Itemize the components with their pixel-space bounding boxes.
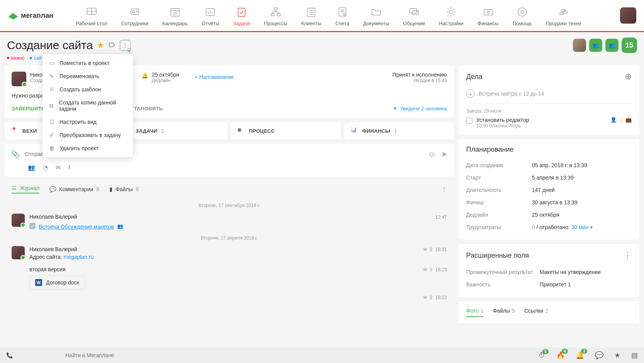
checkbox-done-icon[interactable]: ✓ [29, 223, 36, 229]
subtab-photo[interactable]: Фото1 [466, 308, 484, 317]
meeting-link[interactable]: Встреча Обсуждение макетов [39, 224, 114, 230]
attachment-icon[interactable]: 📎 [11, 150, 19, 158]
tag-site[interactable]: сайт [30, 55, 44, 61]
nav-reports[interactable]: Отчёты [195, 5, 226, 26]
entry-meta: 👁316:31 [423, 247, 447, 252]
nav-finance[interactable]: Финансы [470, 5, 506, 26]
entry-avatar[interactable] [12, 246, 25, 259]
todo-item[interactable]: Установить редактор 10:00 Власкин Игорь … [466, 117, 632, 128]
seen-by-link[interactable]: 👁Увидели 2 человека [393, 106, 447, 111]
worked-time-link[interactable]: 30 мин [571, 224, 589, 230]
layout-icon: ☷ [49, 119, 55, 125]
todo-checkbox[interactable] [466, 118, 472, 124]
team-badge-icon[interactable]: 👥 [589, 39, 602, 52]
entry-time: 12:47 [435, 214, 447, 220]
extra-more-icon[interactable]: ⋮ [623, 250, 632, 260]
svg-rect-33 [484, 10, 492, 15]
mail-icon[interactable]: ✉ [56, 164, 61, 171]
add-deal-icon[interactable]: ⊕ [625, 72, 632, 82]
pause-button[interactable]: ТАНОВИТЬ [134, 106, 163, 111]
eye-icon: 👁 [423, 267, 428, 272]
emoji-icon[interactable]: ☺ [428, 150, 436, 159]
site-link[interactable]: megaplan.ru [63, 254, 94, 260]
svg-rect-15 [274, 8, 277, 10]
subtab-files[interactable]: Файлы5 [493, 308, 515, 317]
nav-tasks[interactable]: Задачи [226, 5, 257, 26]
person-icon: 👤 [610, 117, 617, 123]
svg-rect-16 [271, 14, 274, 16]
tab-tasks[interactable]: ↻ЗАДАЧИ2 [118, 122, 227, 139]
facebook-icon[interactable]: f [68, 164, 70, 171]
dd-copy-task[interactable]: ⧉Создать копию данной задачи [43, 96, 133, 115]
tab-finance[interactable]: 📊ФИНАНСЫ1 [344, 122, 454, 139]
svg-rect-31 [412, 11, 418, 15]
bell-icon: 🔔 [141, 72, 148, 83]
svg-point-36 [521, 10, 524, 14]
nav-chat[interactable]: Общение [396, 5, 432, 26]
cursor-icon: ☟ [127, 47, 131, 55]
eye-icon: 👁 [393, 106, 398, 111]
entry-avatar[interactable] [12, 214, 25, 227]
tab-files[interactable]: ▮Файлы6 [109, 186, 139, 192]
chart-icon: 📊 [351, 127, 358, 135]
team-badge-icon-2[interactable]: 👥 [605, 39, 618, 52]
tab-comments[interactable]: 💬Комментарии8 [49, 186, 99, 192]
dd-customize-view[interactable]: ☷Настроить вид [43, 115, 133, 128]
people-icon[interactable]: 👥 [28, 164, 35, 171]
brand-logo[interactable]: мегаплан [8, 10, 53, 21]
nav-documents[interactable]: Документы [356, 5, 396, 26]
add-reminder-link[interactable]: + Напоминание [194, 74, 234, 80]
star-icon[interactable]: ★ [97, 40, 104, 50]
nav-calendar[interactable]: 28Календарь [155, 5, 195, 26]
plus-circle-icon: + [466, 89, 475, 98]
nav-clients[interactable]: Клиенты [294, 5, 328, 26]
tab-journal[interactable]: ☰Журнал [12, 185, 39, 193]
journal-date: Вторник, 17 сентября 2019 г. [12, 203, 447, 208]
word-file-icon: W [35, 279, 42, 286]
journal-more-icon[interactable]: ⋮ [441, 186, 447, 192]
nav-help[interactable]: Помощь [506, 5, 539, 26]
complete-button[interactable]: ЗАВЕРШИТЬ [12, 106, 45, 111]
svg-text:28: 28 [173, 12, 177, 16]
top-navbar: мегаплан Рабочий стол Сотрудники 28Кален… [0, 0, 644, 32]
deals-when-label: Завтра, 29 июля [466, 108, 632, 114]
entry-meta: 👁316:23 [423, 267, 447, 272]
list-icon: ☰ [12, 185, 17, 191]
briefcase-icon: 💼 [625, 117, 632, 123]
convert-icon: ✐ [49, 132, 55, 138]
svg-point-35 [518, 8, 526, 16]
tag-icon[interactable] [108, 41, 116, 50]
nav-desktop[interactable]: Рабочий стол [69, 5, 114, 26]
status-time: сегодня в 15:43 [392, 78, 447, 83]
nav-invoices[interactable]: Счета [329, 5, 356, 26]
participant-avatar[interactable] [573, 39, 586, 52]
nav-settings[interactable]: Настройки [432, 5, 471, 26]
quick-add-meeting[interactable]: +Встреча завтра с 12 до 14 [466, 87, 632, 104]
subtab-links[interactable]: Ссылки2 [524, 308, 548, 317]
team-count-badge[interactable]: 15 [622, 38, 637, 53]
journal-entry: Николаев Валерий12:47 ✓ Встреча Обсужден… [12, 214, 447, 230]
nav-processes[interactable]: Процессы [257, 5, 295, 26]
tab-process[interactable]: ⊕ПРОЦЕСС [231, 122, 341, 139]
status-text: Принят к исполнению [392, 72, 447, 78]
planning-panel: Планирование Дата создания05 апр. 2018 г… [458, 139, 639, 240]
nav-sales[interactable]: Продажи техни [539, 5, 588, 26]
comment-icon: 💬 [49, 186, 56, 192]
nav-employees[interactable]: Сотрудники [114, 5, 155, 26]
dd-move-to-project[interactable]: ▭Поместить в проект [43, 57, 133, 70]
user-avatar[interactable] [620, 7, 636, 24]
dd-delete-project[interactable]: 🗑Удалить проект [43, 142, 133, 155]
dd-create-template[interactable]: ⎘Создать шаблон [43, 83, 133, 96]
extra-fields-panel: Расширенные поля⋮ Промежуточный результа… [458, 244, 639, 297]
owner-avatar[interactable] [12, 72, 26, 86]
flag-icon: 📍 [11, 127, 19, 135]
dd-convert-to-task[interactable]: ✐Преобразовать в задачу [43, 128, 133, 142]
planning-title: Планирование [466, 146, 632, 154]
dd-rename[interactable]: ✎Переименовать [43, 70, 133, 83]
file-attachment[interactable]: WДоговор.docx [29, 276, 85, 289]
pencil-icon: ✎ [49, 73, 55, 79]
clock-icon[interactable]: ◔ [43, 164, 48, 171]
send-icon[interactable]: ➤ [441, 149, 448, 159]
tag-important[interactable]: важно [7, 55, 24, 61]
more-actions-button[interactable]: ⋮ ☟ [120, 40, 131, 51]
